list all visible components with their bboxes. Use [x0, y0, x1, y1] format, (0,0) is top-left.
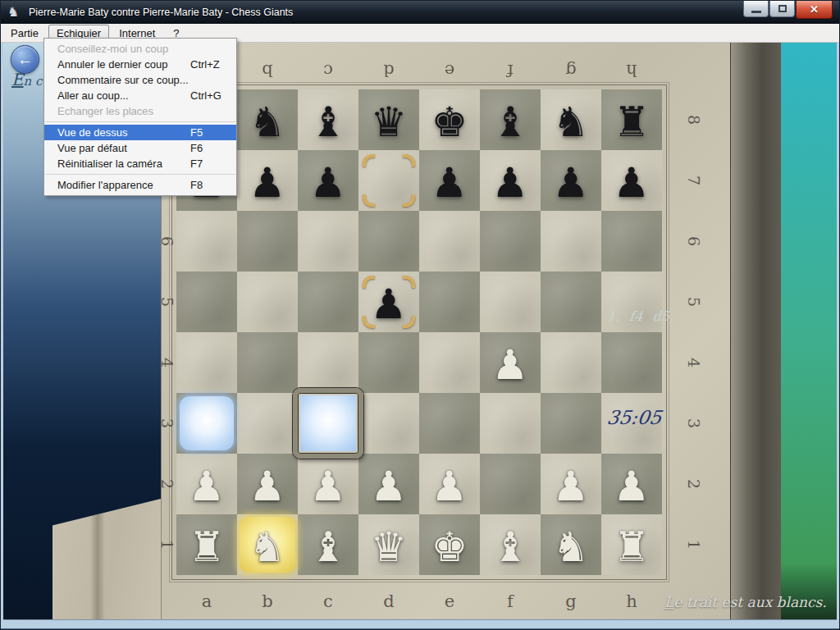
- menu-item-shortcut: F7: [190, 156, 203, 171]
- window-title: Pierre-Marie Baty contre Pierre-Marie Ba…: [29, 7, 293, 18]
- piece-white-pawn-h2[interactable]: ♟: [601, 454, 662, 514]
- minimize-icon: [751, 11, 761, 13]
- square-e5[interactable]: [419, 272, 480, 332]
- piece-white-pawn-e2[interactable]: ♟: [419, 454, 480, 514]
- piece-white-bishop-c1[interactable]: ♝: [298, 514, 358, 575]
- echiquier-dropdown-menu: Conseillez-moi un coupAnnuler le dernier…: [43, 38, 237, 196]
- square-f6[interactable]: [480, 211, 541, 272]
- menu-item-label: Vue par défaut: [57, 142, 127, 154]
- piece-white-pawn-g2[interactable]: ♟: [541, 454, 601, 514]
- file-label-bottom-h: h: [601, 587, 662, 616]
- piece-black-pawn-e7[interactable]: ♟: [419, 150, 480, 211]
- minimize-button[interactable]: [743, 1, 769, 17]
- cursor-frame-c3[interactable]: [293, 388, 363, 459]
- file-label-top-c: c: [298, 56, 358, 85]
- file-label-bottom-g: g: [541, 587, 601, 616]
- piece-black-rook-h8[interactable]: ♜: [601, 89, 662, 150]
- gold-corner-icon: [403, 194, 415, 207]
- piece-white-knight-b1[interactable]: ♞: [237, 514, 298, 575]
- piece-black-pawn-b7[interactable]: ♟: [237, 150, 298, 211]
- piece-white-pawn-a2[interactable]: ♟: [176, 454, 237, 514]
- piece-black-pawn-g7[interactable]: ♟: [541, 150, 601, 211]
- back-arrow-icon: ←: [17, 51, 33, 68]
- square-b4[interactable]: [237, 332, 298, 393]
- close-icon: ✕: [810, 3, 819, 16]
- file-label-bottom-d: d: [358, 587, 419, 616]
- window-controls: ✕: [742, 1, 833, 19]
- square-e3[interactable]: [419, 393, 480, 454]
- piece-black-king-e8[interactable]: ♚: [419, 89, 480, 150]
- square-g6[interactable]: [541, 211, 601, 272]
- square-d4[interactable]: [358, 332, 419, 393]
- gold-corner-icon: [363, 276, 375, 288]
- back-button[interactable]: ←: [11, 45, 39, 74]
- menu-item[interactable]: Annuler le dernier coupCtrl+Z: [44, 57, 236, 72]
- menu-item-label: Echanger les places: [57, 105, 153, 117]
- gold-corner-icon: [363, 194, 375, 207]
- menu-item[interactable]: Vue de dessusF5: [44, 125, 236, 140]
- piece-black-bishop-c8[interactable]: ♝: [298, 89, 358, 150]
- square-d3[interactable]: [358, 393, 419, 454]
- piece-black-pawn-f7[interactable]: ♟: [480, 150, 541, 211]
- menu-item[interactable]: Réinitialiser la caméraF7: [44, 156, 236, 171]
- file-label-top-h: h: [601, 56, 662, 85]
- gold-corner-icon: [363, 154, 375, 167]
- rank-label-right-5: 5: [664, 294, 724, 310]
- piece-white-king-e1[interactable]: ♚: [419, 514, 480, 575]
- menu-partie[interactable]: Partie: [2, 25, 47, 42]
- square-d6[interactable]: [358, 211, 419, 272]
- menu-item[interactable]: Modifier l'apparenceF8: [44, 177, 236, 193]
- rank-label-left-6: 6: [137, 233, 198, 249]
- title-bar[interactable]: ♞ Pierre-Marie Baty contre Pierre-Marie …: [1, 1, 839, 24]
- menu-item-label: Conseillez-moi un coup: [57, 43, 168, 55]
- piece-black-pawn-c7[interactable]: ♟: [298, 150, 358, 211]
- piece-white-pawn-f4[interactable]: ♟: [480, 332, 541, 393]
- square-f5[interactable]: [480, 272, 541, 332]
- piece-white-queen-d1[interactable]: ♛: [358, 514, 419, 575]
- square-g3[interactable]: [541, 393, 601, 454]
- menu-item[interactable]: Conseillez-moi un coup: [44, 41, 236, 57]
- square-c6[interactable]: [298, 211, 358, 272]
- square-g4[interactable]: [541, 332, 601, 393]
- move-list-text: 1. f4 d5: [606, 308, 682, 324]
- menu-item[interactable]: Vue par défautF6: [44, 140, 236, 156]
- square-c5[interactable]: [298, 272, 358, 332]
- piece-white-bishop-f1[interactable]: ♝: [480, 514, 541, 575]
- piece-black-bishop-f8[interactable]: ♝: [480, 89, 541, 150]
- piece-white-knight-g1[interactable]: ♞: [541, 514, 601, 575]
- piece-white-pawn-b2[interactable]: ♟: [237, 454, 298, 514]
- background-right-gradient: [781, 43, 837, 620]
- piece-black-knight-b8[interactable]: ♞: [237, 89, 298, 150]
- menu-item-shortcut: Ctrl+Z: [190, 57, 220, 72]
- square-e4[interactable]: [419, 332, 480, 393]
- piece-black-knight-g8[interactable]: ♞: [541, 89, 601, 150]
- menu-item[interactable]: Echanger les places: [44, 103, 236, 119]
- piece-white-pawn-d2[interactable]: ♟: [358, 454, 419, 514]
- app-icon-chess-knight: ♞: [7, 4, 24, 21]
- square-c4[interactable]: [298, 332, 358, 393]
- piece-white-pawn-c2[interactable]: ♟: [298, 454, 358, 514]
- menu-item-label: Annuler le dernier coup: [57, 58, 167, 71]
- square-f3[interactable]: [480, 393, 541, 454]
- square-e6[interactable]: [419, 211, 480, 272]
- close-button[interactable]: ✕: [796, 1, 833, 19]
- piece-black-queen-d8[interactable]: ♛: [358, 89, 419, 150]
- square-h6[interactable]: [601, 211, 662, 272]
- piece-black-pawn-h7[interactable]: ♟: [601, 150, 662, 211]
- menu-item[interactable]: Commentaire sur ce coup...: [44, 72, 236, 88]
- square-b6[interactable]: [237, 211, 298, 272]
- menu-item[interactable]: Aller au coup...Ctrl+G: [44, 88, 236, 103]
- menu-separator: [45, 174, 235, 175]
- square-g5[interactable]: [541, 272, 601, 332]
- maximize-button[interactable]: [769, 1, 795, 17]
- square-b3[interactable]: [237, 393, 298, 454]
- square-h4[interactable]: [601, 332, 662, 393]
- square-b5[interactable]: [237, 272, 298, 332]
- board-squares: ♜♞♝♛♚♝♞♜♟♟♟♟♟♟♟♟♟♟♟♟♟♟♟♟♜♞♝♛♚♝♞♜: [176, 89, 662, 575]
- square-f2[interactable]: [480, 454, 541, 514]
- piece-white-rook-h1[interactable]: ♜: [601, 514, 662, 575]
- move-target-highlight-a3[interactable]: [180, 396, 234, 450]
- board-side-edge: [730, 43, 781, 620]
- rank-label-left-5: 5: [137, 294, 198, 310]
- piece-white-rook-a1[interactable]: ♜: [176, 514, 237, 575]
